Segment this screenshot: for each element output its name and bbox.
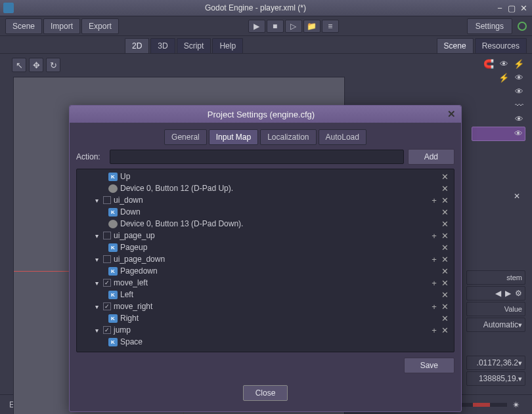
tree-row[interactable]: KRight✕: [77, 312, 454, 324]
action-checkbox[interactable]: [103, 279, 111, 287]
tree-row[interactable]: ▾jump+✕: [77, 324, 454, 336]
prop-nav: ◀ ▶ ⚙: [466, 286, 525, 300]
remove-icon[interactable]: ✕: [439, 207, 450, 217]
minimize-icon[interactable]: −: [495, 3, 505, 13]
dialog-close-icon[interactable]: ✕: [447, 108, 456, 120]
list-icon[interactable]: ≡: [322, 20, 339, 33]
prop-coord1[interactable]: .01172,36.2▾: [466, 356, 525, 370]
visibility2-icon[interactable]: 👁: [512, 85, 525, 97]
plus-icon[interactable]: +: [429, 255, 439, 264]
remove-icon[interactable]: ✕: [439, 314, 450, 323]
remove-icon[interactable]: ✕: [439, 278, 450, 288]
visibility3-icon[interactable]: 👁: [512, 113, 525, 125]
next-icon[interactable]: ▶: [505, 289, 511, 298]
dtab-localization[interactable]: Localization: [260, 129, 316, 145]
dialog-title: Project Settings (engine.cfg): [75, 110, 447, 119]
chevron-down-icon[interactable]: ▾: [95, 197, 103, 204]
plus-icon[interactable]: +: [429, 196, 439, 205]
menu-import[interactable]: Import: [43, 18, 80, 34]
tree-row[interactable]: KDown✕: [77, 206, 454, 218]
action-checkbox[interactable]: [103, 255, 111, 263]
plus-icon[interactable]: +: [429, 278, 439, 288]
rotate-tool-icon[interactable]: ↻: [46, 58, 60, 72]
remove-icon[interactable]: ✕: [439, 219, 450, 229]
lightning2-icon[interactable]: ⚡: [497, 72, 510, 83]
panel-close-icon[interactable]: ✕: [514, 192, 520, 201]
dtab-general[interactable]: General: [164, 129, 207, 145]
folder-icon[interactable]: 📁: [303, 20, 321, 33]
action-checkbox[interactable]: [103, 326, 111, 334]
tree-row[interactable]: KPagedown✕: [77, 265, 454, 277]
plus-icon[interactable]: +: [429, 302, 439, 312]
plus-icon[interactable]: +: [429, 325, 439, 335]
visibility4-icon[interactable]: 👁: [512, 127, 525, 139]
select-tool-icon[interactable]: ↖: [12, 58, 26, 72]
tree-row[interactable]: ▾ui_page_down+✕: [77, 253, 454, 265]
gear-icon[interactable]: ⚙: [515, 289, 522, 298]
link-icon[interactable]: 〰: [512, 99, 525, 111]
play-icon[interactable]: ▶: [248, 20, 265, 33]
settings-button[interactable]: Settings: [467, 18, 512, 34]
action-input[interactable]: [110, 150, 404, 164]
close-button[interactable]: Close: [243, 385, 288, 401]
chevron-down-icon[interactable]: ▾: [95, 327, 103, 334]
dtab-autoload[interactable]: AutoLoad: [319, 129, 366, 145]
tab-script[interactable]: Script: [177, 38, 211, 53]
magnet-icon[interactable]: 🧲: [482, 58, 495, 70]
add-button[interactable]: Add: [408, 149, 454, 165]
tab-scene[interactable]: Scene: [437, 38, 474, 53]
visibility-icon[interactable]: 👁: [512, 72, 525, 83]
remove-icon[interactable]: ✕: [439, 243, 450, 253]
tree-row[interactable]: ▾ui_down+✕: [77, 194, 454, 206]
prop-stem[interactable]: stem: [466, 270, 525, 285]
chevron-down-icon[interactable]: ▾: [95, 279, 103, 287]
tree-row[interactable]: Device 0, Button 13 (D-Pad Down).✕: [77, 218, 454, 230]
lightning-icon[interactable]: ⚡: [512, 58, 525, 70]
dtab-input-map[interactable]: Input Map: [209, 129, 258, 145]
tree-row[interactable]: KLeft✕: [77, 289, 454, 300]
remove-icon[interactable]: ✕: [439, 302, 450, 312]
chevron-down-icon[interactable]: ▾: [95, 303, 103, 310]
prop-coord2[interactable]: 138885,19.▾: [466, 371, 525, 386]
tree-row[interactable]: KPageup✕: [77, 241, 454, 253]
menu-export[interactable]: Export: [81, 18, 119, 34]
tree-row[interactable]: ▾move_left+✕: [77, 277, 454, 289]
remove-icon[interactable]: ✕: [439, 325, 450, 335]
tab-2d[interactable]: 2D: [125, 38, 149, 53]
maximize-icon[interactable]: ▢: [506, 3, 517, 13]
chevron-down-icon[interactable]: ▾: [95, 256, 103, 263]
eye-icon[interactable]: 👁: [497, 58, 510, 70]
save-button[interactable]: Save: [404, 358, 454, 373]
tab-resources[interactable]: Resources: [475, 38, 527, 53]
right-panel: 🧲 👁 ⚡ ⚡ 👁 👁 〰 👁 👁: [472, 58, 525, 141]
menu-scene[interactable]: Scene: [5, 18, 42, 34]
tree-row[interactable]: ▾move_right+✕: [77, 300, 454, 312]
remove-icon[interactable]: ✕: [439, 231, 450, 241]
remove-icon[interactable]: ✕: [439, 184, 450, 194]
action-checkbox[interactable]: [103, 196, 111, 204]
tab-3d[interactable]: 3D: [150, 38, 175, 53]
selected-node-bar[interactable]: 👁: [472, 127, 525, 141]
chevron-down-icon[interactable]: ▾: [95, 232, 103, 239]
action-checkbox[interactable]: [103, 232, 111, 239]
plus-icon[interactable]: +: [429, 231, 439, 241]
remove-icon[interactable]: ✕: [439, 172, 450, 182]
play-scene-icon[interactable]: ▷: [285, 20, 302, 33]
move-tool-icon[interactable]: ✥: [29, 58, 43, 72]
input-map-tree[interactable]: KUp✕Device 0, Button 12 (D-Pad Up).✕▾ui_…: [76, 169, 454, 352]
remove-icon[interactable]: ✕: [439, 266, 450, 276]
action-checkbox[interactable]: [103, 302, 111, 310]
tree-row[interactable]: KSpace: [77, 336, 454, 348]
close-icon[interactable]: ✕: [518, 3, 529, 13]
tree-row[interactable]: ▾ui_page_up+✕: [77, 230, 454, 241]
remove-icon[interactable]: ✕: [439, 290, 450, 300]
tree-row[interactable]: KUp✕: [77, 171, 454, 182]
remove-icon[interactable]: ✕: [439, 196, 450, 205]
dialog-titlebar[interactable]: Project Settings (engine.cfg) ✕: [70, 106, 461, 123]
tree-row[interactable]: Device 0, Button 12 (D-Pad Up).✕: [77, 182, 454, 194]
prop-automatic[interactable]: Automatic▾: [466, 318, 525, 332]
stop-icon[interactable]: ■: [267, 20, 284, 33]
tab-help[interactable]: Help: [212, 38, 243, 53]
prev-icon[interactable]: ◀: [495, 289, 501, 298]
remove-icon[interactable]: ✕: [439, 255, 450, 264]
